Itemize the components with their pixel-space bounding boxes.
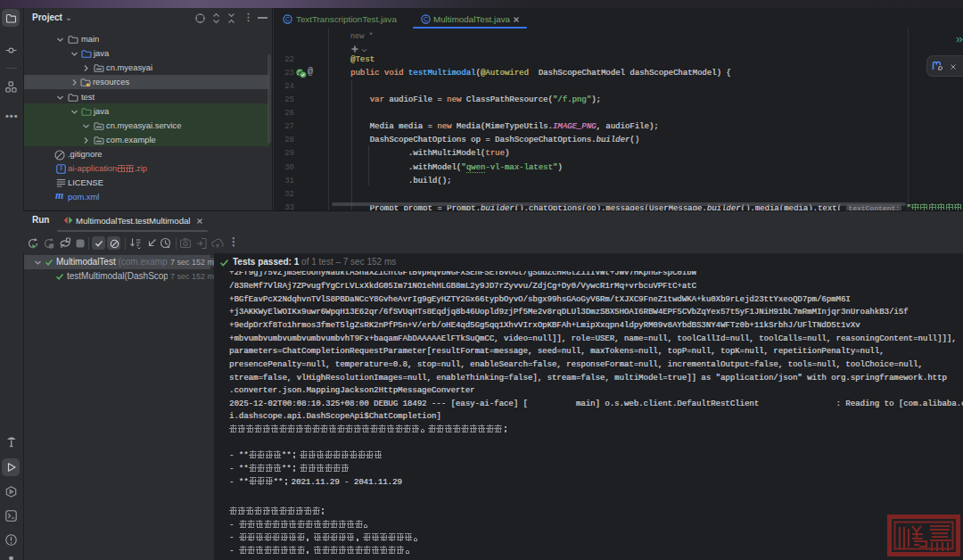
svg-text:C: C [285, 16, 290, 22]
svg-text:C: C [424, 16, 428, 22]
